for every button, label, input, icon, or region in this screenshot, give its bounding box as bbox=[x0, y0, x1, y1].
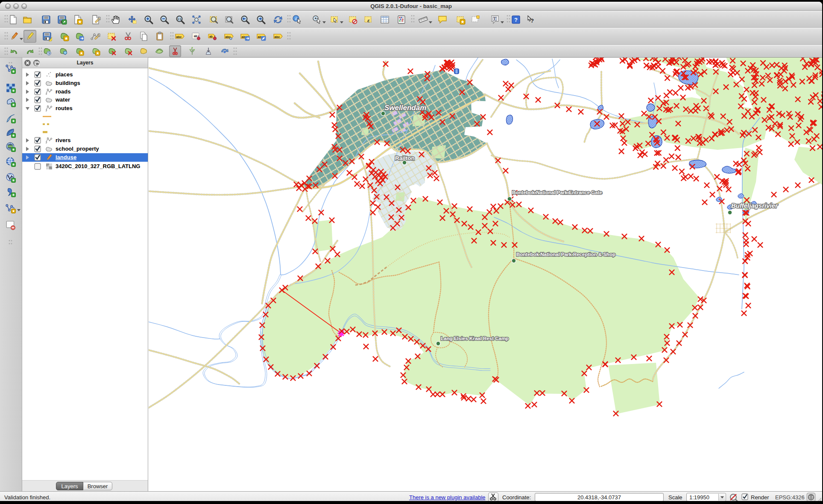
svg-text:abc: abc bbox=[176, 35, 182, 39]
svg-text:Swellendam: Swellendam bbox=[384, 104, 426, 112]
svg-text:ε: ε bbox=[367, 17, 370, 23]
svg-text:ab: ab bbox=[194, 35, 197, 38]
svg-text:1:1: 1:1 bbox=[177, 17, 182, 20]
svg-text:Bontebok National Park Recepti: Bontebok National Park Reception & Shop bbox=[516, 252, 615, 257]
svg-text:?: ? bbox=[530, 17, 534, 24]
svg-text:Bontebok National Park Entranc: Bontebok National Park Entrance Gate bbox=[512, 190, 602, 195]
svg-text:Buffeljagsrivier: Buffeljagsrivier bbox=[731, 202, 778, 209]
svg-text:abc: abc bbox=[275, 35, 280, 39]
svg-text:ab: ab bbox=[209, 35, 213, 38]
svg-text:T: T bbox=[494, 17, 496, 21]
svg-text:Lang Elsies Kraal Rest Camp: Lang Elsies Kraal Rest Camp bbox=[441, 336, 509, 341]
svg-text:?: ? bbox=[514, 17, 518, 23]
svg-text:i: i bbox=[295, 16, 296, 21]
